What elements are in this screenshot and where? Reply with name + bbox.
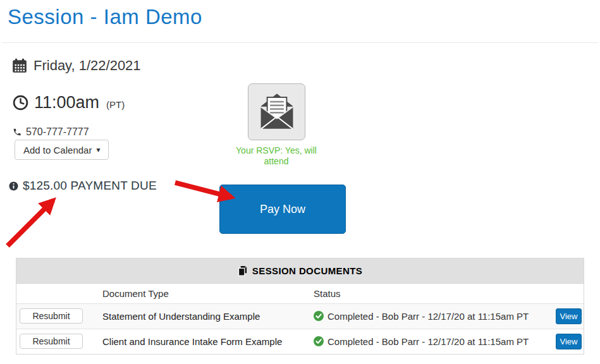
payment-due: $125.00 PAYMENT DUE	[9, 179, 157, 193]
rsvp-envelope-tile[interactable]	[248, 83, 305, 140]
status-text: Completed - Bob Parr - 12/17/20 at 11:15…	[328, 311, 529, 322]
timezone-label: (PT)	[106, 95, 125, 110]
payment-due-text: $125.00 PAYMENT DUE	[23, 179, 157, 193]
phone-icon	[13, 128, 21, 136]
session-date: Friday, 1/22/2021	[11, 58, 141, 74]
session-time: 11:00am (PT)	[13, 93, 125, 112]
rsvp-status-text: Your RSVP: Yes, will attend	[229, 145, 324, 167]
documents-table-body: Resubmit Statement of Understanding Exam…	[16, 303, 584, 354]
table-header-row: Document Type Status	[16, 284, 584, 303]
session-time-text: 11:00am	[34, 93, 99, 112]
page-title: Session - Iam Demo	[8, 5, 202, 29]
session-phone-text: 570-777-7777	[26, 126, 89, 138]
add-to-calendar-button[interactable]: Add to Calendar ▾	[15, 140, 109, 160]
view-column-header	[553, 284, 584, 303]
table-title-text: SESSION DOCUMENTS	[252, 265, 362, 276]
view-button[interactable]: View	[556, 334, 582, 349]
chevron-down-icon: ▾	[96, 146, 100, 154]
add-to-calendar-label: Add to Calendar	[23, 145, 92, 155]
documents-table: Document Type Status Resubmit Statement …	[16, 284, 584, 354]
status-text: Completed - Bob Parr - 12/17/20 at 11:15…	[328, 336, 529, 347]
session-phone: 570-777-7777	[13, 126, 89, 138]
check-circle-icon	[314, 336, 324, 346]
divider	[1, 42, 599, 43]
status-column-header: Status	[314, 284, 553, 303]
resubmit-button[interactable]: Resubmit	[20, 308, 83, 324]
calendar-icon	[11, 58, 28, 74]
table-row: Resubmit Statement of Understanding Exam…	[16, 303, 584, 329]
table-title-bar: SESSION DOCUMENTS	[16, 258, 584, 284]
clock-icon	[13, 95, 28, 111]
red-arrow-to-payment	[8, 200, 53, 246]
document-type-cell: Client and Insurance Intake Form Example	[102, 329, 314, 354]
pay-now-button[interactable]: Pay Now	[219, 185, 346, 234]
documents-icon	[238, 265, 247, 276]
open-envelope-icon	[257, 92, 297, 132]
check-circle-icon	[314, 311, 324, 321]
table-row: Resubmit Client and Insurance Intake For…	[16, 329, 584, 354]
document-type-column-header: Document Type	[102, 284, 314, 303]
actions-column-header	[16, 284, 102, 303]
info-icon	[9, 181, 18, 191]
session-page: Session - Iam Demo Friday, 1/22/2021 11:…	[0, 0, 600, 364]
status-cell: Completed - Bob Parr - 12/17/20 at 11:15…	[314, 329, 553, 354]
document-type-cell: Statement of Understanding Example	[102, 303, 314, 329]
session-documents-table: SESSION DOCUMENTS Document Type Status R…	[16, 258, 584, 355]
session-date-text: Friday, 1/22/2021	[34, 58, 141, 74]
resubmit-button[interactable]: Resubmit	[20, 334, 83, 349]
status-cell: Completed - Bob Parr - 12/17/20 at 11:15…	[314, 304, 553, 329]
view-button[interactable]: View	[556, 308, 582, 324]
